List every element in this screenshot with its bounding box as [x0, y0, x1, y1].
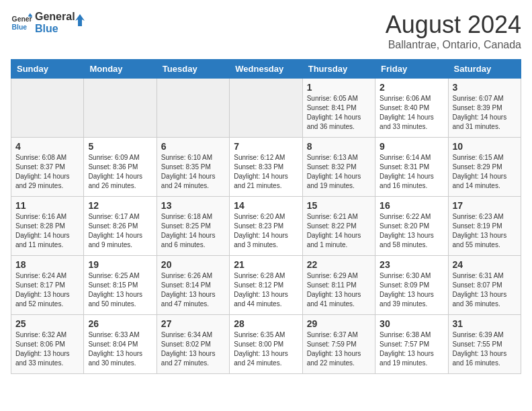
day-number: 12 — [88, 200, 152, 211]
logo-icon: General Blue — [11, 12, 32, 34]
day-cell: 16Sunrise: 6:22 AMSunset: 8:20 PMDayligh… — [375, 197, 448, 256]
logo-general: General — [35, 11, 75, 23]
day-number: 23 — [380, 259, 443, 270]
day-cell: 15Sunrise: 6:21 AMSunset: 8:22 PMDayligh… — [302, 197, 375, 256]
day-cell: 13Sunrise: 6:18 AMSunset: 8:25 PMDayligh… — [157, 197, 229, 256]
day-number: 26 — [88, 318, 152, 329]
day-number: 1 — [307, 82, 371, 93]
day-number: 18 — [15, 259, 79, 270]
svg-text:Blue: Blue — [12, 23, 28, 30]
day-info: Sunrise: 6:29 AMSunset: 8:11 PMDaylight:… — [307, 271, 371, 309]
day-cell: 21Sunrise: 6:28 AMSunset: 8:12 PMDayligh… — [230, 256, 302, 315]
day-info: Sunrise: 6:24 AMSunset: 8:17 PMDaylight:… — [15, 271, 79, 309]
col-header-friday: Friday — [375, 60, 448, 79]
col-header-saturday: Saturday — [448, 60, 521, 79]
day-cell — [84, 79, 157, 138]
day-cell: 11Sunrise: 6:16 AMSunset: 8:28 PMDayligh… — [11, 197, 84, 256]
day-cell — [157, 79, 229, 138]
day-cell: 22Sunrise: 6:29 AMSunset: 8:11 PMDayligh… — [302, 256, 375, 315]
title-block: August 2024 Ballantrae, Ontario, Canada — [386, 11, 521, 51]
calendar-table: SundayMondayTuesdayWednesdayThursdayFrid… — [11, 59, 521, 374]
day-number: 25 — [15, 318, 79, 329]
day-number: 7 — [234, 141, 298, 152]
day-number: 3 — [453, 82, 517, 93]
day-info: Sunrise: 6:34 AMSunset: 8:02 PMDaylight:… — [161, 330, 225, 368]
day-info: Sunrise: 6:17 AMSunset: 8:26 PMDaylight:… — [88, 212, 152, 250]
week-row-3: 11Sunrise: 6:16 AMSunset: 8:28 PMDayligh… — [11, 197, 521, 256]
day-cell: 10Sunrise: 6:15 AMSunset: 8:29 PMDayligh… — [448, 138, 521, 197]
location-subtitle: Ballantrae, Ontario, Canada — [386, 39, 521, 51]
day-info: Sunrise: 6:12 AMSunset: 8:33 PMDaylight:… — [234, 153, 298, 191]
day-info: Sunrise: 6:20 AMSunset: 8:23 PMDaylight:… — [234, 212, 298, 250]
day-number: 24 — [453, 259, 517, 270]
day-info: Sunrise: 6:31 AMSunset: 8:07 PMDaylight:… — [453, 271, 517, 309]
day-cell: 12Sunrise: 6:17 AMSunset: 8:26 PMDayligh… — [84, 197, 157, 256]
day-number: 6 — [161, 141, 225, 152]
day-number: 29 — [307, 318, 371, 329]
day-info: Sunrise: 6:26 AMSunset: 8:14 PMDaylight:… — [161, 271, 225, 309]
day-number: 14 — [234, 200, 298, 211]
week-row-2: 4Sunrise: 6:08 AMSunset: 8:37 PMDaylight… — [11, 138, 521, 197]
day-number: 21 — [234, 259, 298, 270]
day-cell: 6Sunrise: 6:10 AMSunset: 8:35 PMDaylight… — [157, 138, 229, 197]
day-cell: 28Sunrise: 6:35 AMSunset: 8:00 PMDayligh… — [230, 315, 302, 374]
day-info: Sunrise: 6:33 AMSunset: 8:04 PMDaylight:… — [88, 330, 152, 368]
day-info: Sunrise: 6:05 AMSunset: 8:41 PMDaylight:… — [307, 94, 371, 132]
day-cell: 7Sunrise: 6:12 AMSunset: 8:33 PMDaylight… — [230, 138, 302, 197]
day-cell: 3Sunrise: 6:07 AMSunset: 8:39 PMDaylight… — [448, 79, 521, 138]
day-number: 17 — [453, 200, 517, 211]
day-info: Sunrise: 6:37 AMSunset: 7:59 PMDaylight:… — [307, 330, 371, 368]
day-number: 10 — [453, 141, 517, 152]
day-info: Sunrise: 6:22 AMSunset: 8:20 PMDaylight:… — [380, 212, 443, 250]
day-cell: 2Sunrise: 6:06 AMSunset: 8:40 PMDaylight… — [375, 79, 448, 138]
day-info: Sunrise: 6:18 AMSunset: 8:25 PMDaylight:… — [161, 212, 225, 250]
day-number: 13 — [161, 200, 225, 211]
col-header-tuesday: Tuesday — [157, 60, 229, 79]
col-header-wednesday: Wednesday — [230, 60, 302, 79]
logo: General Blue General Blue — [11, 11, 87, 34]
day-number: 9 — [380, 141, 443, 152]
day-info: Sunrise: 6:09 AMSunset: 8:36 PMDaylight:… — [88, 153, 152, 191]
day-info: Sunrise: 6:35 AMSunset: 8:00 PMDaylight:… — [234, 330, 298, 368]
month-year-title: August 2024 — [386, 11, 521, 39]
week-row-1: 1Sunrise: 6:05 AMSunset: 8:41 PMDaylight… — [11, 79, 521, 138]
day-cell: 14Sunrise: 6:20 AMSunset: 8:23 PMDayligh… — [230, 197, 302, 256]
day-cell: 18Sunrise: 6:24 AMSunset: 8:17 PMDayligh… — [11, 256, 84, 315]
page-header: General Blue General Blue August 2024 Ba… — [11, 11, 521, 51]
day-cell: 25Sunrise: 6:32 AMSunset: 8:06 PMDayligh… — [11, 315, 84, 374]
day-info: Sunrise: 6:15 AMSunset: 8:29 PMDaylight:… — [453, 153, 517, 191]
day-cell: 27Sunrise: 6:34 AMSunset: 8:02 PMDayligh… — [157, 315, 229, 374]
day-number: 4 — [15, 141, 79, 152]
day-number: 30 — [380, 318, 443, 329]
day-info: Sunrise: 6:32 AMSunset: 8:06 PMDaylight:… — [15, 330, 79, 368]
day-info: Sunrise: 6:39 AMSunset: 7:55 PMDaylight:… — [453, 330, 517, 368]
day-number: 8 — [307, 141, 371, 152]
logo-chevron-icon — [73, 13, 87, 28]
day-number: 31 — [453, 318, 517, 329]
day-info: Sunrise: 6:30 AMSunset: 8:09 PMDaylight:… — [380, 271, 443, 309]
week-row-5: 25Sunrise: 6:32 AMSunset: 8:06 PMDayligh… — [11, 315, 521, 374]
day-info: Sunrise: 6:06 AMSunset: 8:40 PMDaylight:… — [380, 94, 443, 132]
day-info: Sunrise: 6:07 AMSunset: 8:39 PMDaylight:… — [453, 94, 517, 132]
day-cell: 17Sunrise: 6:23 AMSunset: 8:19 PMDayligh… — [448, 197, 521, 256]
day-info: Sunrise: 6:23 AMSunset: 8:19 PMDaylight:… — [453, 212, 517, 250]
day-cell: 5Sunrise: 6:09 AMSunset: 8:36 PMDaylight… — [84, 138, 157, 197]
col-header-sunday: Sunday — [11, 60, 84, 79]
day-cell: 23Sunrise: 6:30 AMSunset: 8:09 PMDayligh… — [375, 256, 448, 315]
day-number: 15 — [307, 200, 371, 211]
day-info: Sunrise: 6:38 AMSunset: 7:57 PMDaylight:… — [380, 330, 443, 368]
day-cell: 30Sunrise: 6:38 AMSunset: 7:57 PMDayligh… — [375, 315, 448, 374]
day-cell: 9Sunrise: 6:14 AMSunset: 8:31 PMDaylight… — [375, 138, 448, 197]
day-number: 5 — [88, 141, 152, 152]
day-cell: 4Sunrise: 6:08 AMSunset: 8:37 PMDaylight… — [11, 138, 84, 197]
day-info: Sunrise: 6:08 AMSunset: 8:37 PMDaylight:… — [15, 153, 79, 191]
svg-text:General: General — [12, 15, 32, 23]
day-cell: 31Sunrise: 6:39 AMSunset: 7:55 PMDayligh… — [448, 315, 521, 374]
day-cell — [230, 79, 302, 138]
svg-marker-4 — [75, 14, 85, 26]
day-cell: 8Sunrise: 6:13 AMSunset: 8:32 PMDaylight… — [302, 138, 375, 197]
day-number: 22 — [307, 259, 371, 270]
col-header-thursday: Thursday — [302, 60, 375, 79]
day-number: 2 — [380, 82, 443, 93]
day-number: 27 — [161, 318, 225, 329]
